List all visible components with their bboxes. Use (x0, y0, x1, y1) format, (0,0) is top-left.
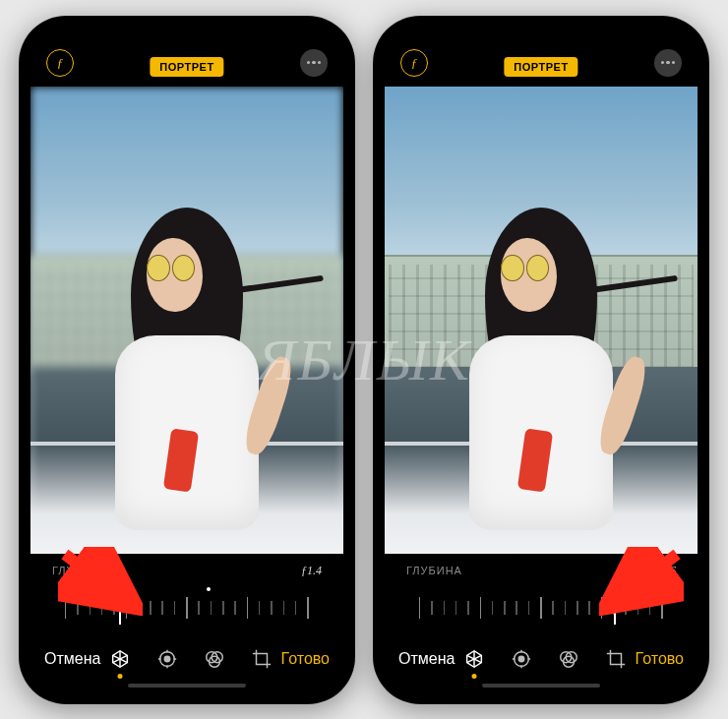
toolbar-icons (463, 648, 627, 670)
depth-readout-row: ГЛУБИНА ƒ16 (385, 554, 698, 580)
more-button[interactable] (300, 49, 328, 77)
photo-preview[interactable] (385, 87, 698, 554)
depth-slider-area (30, 580, 343, 635)
device-notch (467, 28, 615, 53)
depth-readout-row: ГЛУБИНА ƒ1.4 (30, 554, 343, 580)
photo-content (30, 87, 343, 554)
slider-default-marker (207, 587, 211, 591)
depth-slider-area (385, 580, 698, 635)
more-button[interactable] (654, 49, 682, 77)
depth-slider[interactable] (65, 591, 309, 625)
screen: ƒ ПОРТРЕТ ГЛУБ (30, 28, 343, 692)
phone-mockup-left: ƒ ПОРТРЕТ ГЛУБ (19, 16, 355, 704)
active-indicator-dot (472, 674, 477, 679)
slider-ticks (419, 591, 663, 625)
svg-point-22 (518, 656, 524, 662)
depth-value: ƒ16 (658, 564, 676, 578)
depth-value: ƒ1.4 (301, 564, 322, 578)
crop-icon[interactable] (605, 648, 627, 670)
portrait-lighting-icon[interactable] (109, 648, 131, 670)
device-notch (113, 28, 261, 53)
depth-slider[interactable] (419, 591, 663, 625)
photo-preview[interactable] (30, 87, 343, 554)
active-indicator-dot (118, 674, 123, 679)
photo-content (385, 87, 698, 554)
mode-badge[interactable]: ПОРТРЕТ (504, 57, 577, 77)
adjust-icon[interactable] (511, 648, 532, 670)
done-button[interactable]: Готово (636, 650, 684, 668)
filters-icon[interactable] (558, 648, 579, 670)
adjust-icon[interactable] (156, 648, 178, 670)
aperture-button[interactable]: ƒ (400, 49, 428, 77)
toolbar-icons (109, 648, 273, 670)
cancel-button[interactable]: Отмена (44, 650, 100, 668)
screen: ƒ ПОРТРЕТ ГЛУБ (385, 28, 698, 692)
done-button[interactable]: Готово (281, 650, 330, 668)
phone-mockup-right: ƒ ПОРТРЕТ ГЛУБ (373, 16, 709, 704)
depth-label: ГЛУБИНА (406, 565, 462, 576)
slider-ticks (65, 591, 309, 625)
cancel-button[interactable]: Отмена (398, 650, 455, 668)
home-indicator[interactable] (128, 684, 246, 688)
aperture-button[interactable]: ƒ (46, 49, 74, 77)
portrait-lighting-icon[interactable] (463, 648, 485, 670)
filters-icon[interactable] (204, 648, 225, 670)
slider-indicator (119, 591, 121, 625)
svg-point-7 (164, 656, 170, 662)
crop-icon[interactable] (251, 648, 273, 670)
depth-label: ГЛУБИНА (52, 565, 108, 576)
slider-indicator (614, 591, 616, 625)
home-indicator[interactable] (482, 684, 600, 688)
mode-badge[interactable]: ПОРТРЕТ (150, 57, 223, 77)
